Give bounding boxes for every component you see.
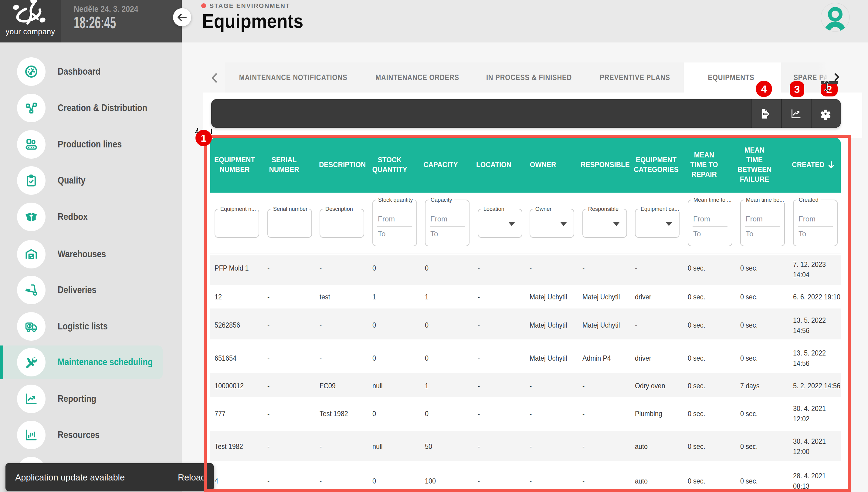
svg-text:your company: your company — [5, 27, 55, 36]
